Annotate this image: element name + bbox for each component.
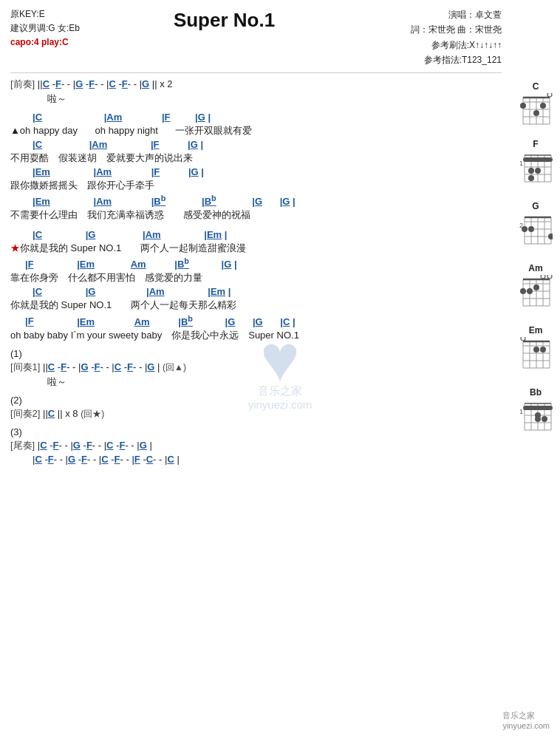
verse1-chord2: |C |Am |F |G |: [33, 139, 502, 150]
intro-lyric: 啦～: [10, 92, 502, 106]
chord-em-diagram: Em: [519, 325, 553, 381]
svg-point-28: [528, 175, 534, 181]
svg-point-56: [527, 288, 533, 294]
song-title: Super No.1: [80, 7, 369, 32]
section-3: (3) [尾奏] |C -F- - |G -F- - |C -F- - |G |…: [10, 426, 502, 465]
key-info: 原KEY:E 建议男调:G 女:Eb capo:4 play:C: [10, 7, 80, 50]
interlude1-lyric: 啦～: [10, 375, 502, 389]
chorus-chord1: |C |G |Am |Em |: [33, 229, 502, 240]
capo-info: capo:4 play:C: [10, 35, 80, 50]
svg-point-13: [520, 103, 526, 109]
chord-bb-diagram: Bb 1: [519, 387, 553, 443]
outro-chords1: |C -F- - |G -F- - |C -F- - |G |: [38, 440, 152, 451]
suggested-key: 建议男调:G 女:Eb: [10, 21, 80, 35]
verse1-section: |C |Am |F |G | ▲oh happy day oh happy ni…: [10, 112, 502, 222]
svg-point-42: [548, 234, 553, 239]
chord-c-diagram: C: [519, 81, 553, 133]
intro-chords: ||C -F- - |G -F- - |C -F- - |G || x 2: [38, 78, 173, 89]
chorus-lyric3: 你就是我的 Super NO.1 两个人一起每天那么精彩: [10, 299, 502, 312]
svg-point-70: [533, 347, 539, 352]
chord-am-grid: [519, 275, 553, 319]
interlude2-label-line: [间奏2] ||C || x 8 (回★): [10, 407, 502, 420]
header-divider: [10, 72, 502, 73]
svg-point-11: [540, 103, 546, 109]
verse1-lyric1: ▲oh happy day oh happy night 一张开双眼就有爱: [10, 124, 502, 137]
svg-point-69: [540, 347, 546, 352]
strumming-info: 参考刷法:X↑↓↑↓↑↑: [369, 38, 502, 52]
section3-num: (3): [10, 426, 502, 437]
header: 原KEY:E 建议男调:G 女:Eb capo:4 play:C Super N…: [10, 7, 502, 68]
interlude1-label-line: [间奏1] ||C -F- - |G -F- - |C -F- - |G | (…: [10, 361, 502, 374]
intro-tag: [前奏]: [10, 78, 35, 89]
chord-f-diagram: F 1: [519, 139, 553, 195]
intro-label-line: [前奏] ||C -F- - |G -F- - |C -F- - |G || x…: [10, 78, 502, 91]
svg-point-40: [522, 226, 527, 232]
interlude2-chords: ||C || x 8 (回★): [43, 408, 104, 419]
chord-am-diagram: Am: [519, 263, 553, 319]
section1-num: (1): [10, 348, 502, 359]
verse1-chord4: |Em |Am |Bb |Bb |G |G |: [33, 194, 502, 207]
fingering-info: 参考指法:T123_121: [369, 52, 502, 67]
original-key: 原KEY:E: [10, 7, 80, 21]
svg-point-55: [533, 284, 539, 290]
outro-chords2: |C -F- - |G -F- - |C -F- - |F -C- - |C |: [33, 454, 180, 465]
interlude1-chords: ||C -F- - |G -F- - |C -F- - |G | (回▲): [43, 361, 186, 372]
chord-bb-grid: 1: [519, 399, 553, 443]
chorus-lyric2: 靠在你身旁 什么都不用害怕 感觉爱的力量: [10, 271, 502, 284]
footer-line2: yinyuezi.com: [502, 721, 550, 730]
chord-diagrams: C F 1: [519, 81, 553, 443]
verse1-lyric2: 不用耍酷 假装迷胡 爱就要大声的说出来: [10, 151, 502, 165]
verse1-lyric3: 跟你撒娇摇摇头 跟你开心手牵手: [10, 179, 502, 192]
svg-point-68: [521, 337, 525, 341]
verse1-chord3: |Em |Am |F |G |: [33, 166, 502, 177]
chorus-section: |C |G |Am |Em | ★你就是我的 Super NO.1 两个人一起制…: [10, 229, 502, 342]
chorus-chord2: |F |Em Am |Bb |G |: [25, 256, 502, 270]
singer-info: 演唱：卓文萱: [369, 7, 502, 22]
chord-em-grid: [519, 337, 553, 381]
outro-chords2-line: |C -F- - |G -F- - |C -F- - |F -C- - |C |: [10, 454, 502, 465]
intro-section: [前奏] ||C -F- - |G -F- - |C -F- - |G || x…: [10, 78, 502, 106]
chorus-lyric4: oh baby baby I`m your sweety baby 你是我心中永…: [10, 329, 502, 342]
words-info: 詞：宋世尧 曲：宋世尧: [369, 22, 502, 37]
section2-num: (2): [10, 395, 502, 406]
chord-g-diagram: G 2: [519, 201, 553, 257]
svg-point-41: [528, 226, 534, 232]
svg-point-53: [541, 275, 545, 279]
verse1-lyric4: 不需要什么理由 我们充满幸福诱惑 感受爱神的祝福: [10, 208, 502, 222]
chorus-chord3: |C |G |Am |Em |: [33, 286, 502, 297]
interlude2-tag: [间奏2]: [10, 408, 40, 419]
outro-tag: [尾奏]: [10, 440, 35, 451]
svg-point-54: [547, 275, 552, 279]
chord-g-grid: 2: [519, 213, 553, 257]
svg-point-84: [542, 416, 547, 422]
verse1-chord1: |C |Am |F |G |: [33, 112, 502, 123]
svg-point-57: [520, 288, 526, 294]
svg-text:1: 1: [519, 160, 523, 167]
svg-rect-25: [523, 157, 553, 162]
section-1: (1) [间奏1] ||C -F- - |G -F- - |C -F- - |G…: [10, 348, 502, 389]
svg-point-10: [547, 93, 552, 97]
svg-point-85: [535, 416, 541, 422]
footer-line1: 音乐之家: [502, 710, 550, 721]
chord-f-grid: 1: [519, 151, 553, 195]
section-2: (2) [间奏2] ||C || x 8 (回★): [10, 395, 502, 420]
interlude1-tag: [间奏1]: [10, 361, 40, 372]
svg-point-12: [533, 110, 539, 116]
right-info: 演唱：卓文萱 詞：宋世尧 曲：宋世尧 参考刷法:X↑↓↑↓↑↑ 参考指法:T12…: [369, 7, 502, 68]
main-content: 原KEY:E 建议男调:G 女:Eb capo:4 play:C Super N…: [10, 7, 550, 465]
footer-logo: 音乐之家 yinyuezi.com: [502, 710, 550, 730]
outro-label-line: [尾奏] |C -F- - |G -F- - |C -F- - |G |: [10, 439, 502, 452]
svg-text:1: 1: [519, 408, 523, 415]
chorus-lyric1: ★你就是我的 Super NO.1 两个人一起制造甜蜜浪漫: [10, 242, 502, 255]
chord-c-grid: [519, 93, 553, 133]
svg-point-26: [528, 168, 534, 174]
svg-rect-82: [523, 406, 553, 410]
svg-point-27: [535, 168, 541, 174]
chorus-chord4: |F |Em Am |Bb |G |G |C |: [25, 313, 502, 327]
